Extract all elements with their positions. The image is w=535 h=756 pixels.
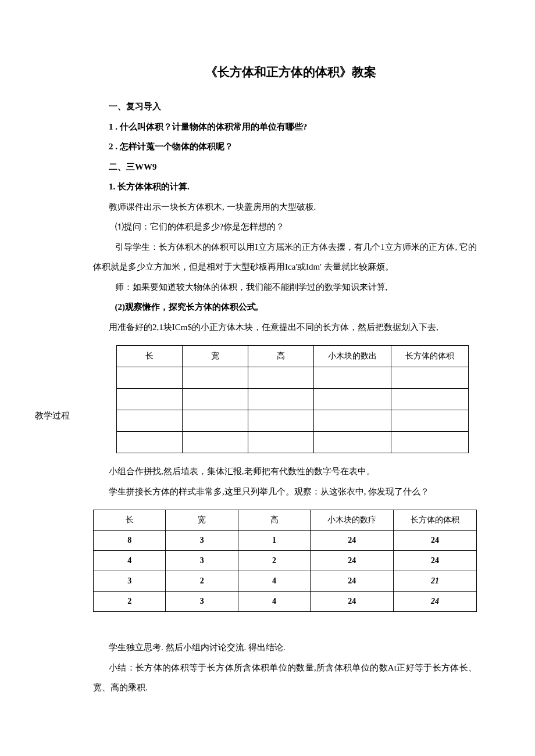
cell: 2 — [94, 592, 166, 612]
cell: 2 — [166, 571, 238, 592]
cell: 24 — [311, 551, 394, 571]
cell: 24 — [311, 592, 394, 612]
col-blocks: 小木块的数疜 — [311, 510, 394, 531]
body-column: 一、复习导入 1 . 什么叫体积？计量物体的体积常用的单位有哪些? 2 . 怎样… — [93, 96, 477, 698]
cell: 8 — [94, 531, 166, 551]
col-height: 高 — [238, 510, 310, 531]
col-blocks: 小木块的数出 — [314, 346, 391, 367]
cell: 1 — [238, 531, 310, 551]
blank-data-table: 长 宽 高 小木块的数出 长方体的体积 — [116, 345, 469, 453]
table-row — [117, 432, 469, 453]
col-length: 长 — [94, 510, 166, 531]
spacer — [93, 620, 477, 637]
independent-think: 学生独立思考. 然后小组内讨论交流. 得出结论. — [93, 637, 477, 658]
cell: 4 — [238, 571, 310, 592]
col-length: 长 — [117, 346, 183, 367]
cell: 21 — [394, 571, 477, 592]
col-volume: 长方体的体积 — [394, 510, 477, 531]
table-row: 长 宽 高 小木块的数疜 长方体的体积 — [94, 510, 477, 531]
table-row: 长 宽 高 小木块的数出 长方体的体积 — [117, 346, 469, 367]
table-row: 8 3 1 24 24 — [94, 531, 477, 551]
cell: 24 — [394, 592, 477, 612]
filled-data-table: 长 宽 高 小木块的数疜 长方体的体积 8 3 1 24 24 4 3 2 — [93, 510, 477, 612]
table-row — [117, 367, 469, 389]
col-height: 高 — [248, 346, 314, 367]
table-row: 4 3 2 24 24 — [94, 551, 477, 571]
section-2-heading-text: 二、三WW9 — [109, 162, 157, 171]
cell: 24 — [311, 571, 394, 592]
cell: 3 — [94, 571, 166, 592]
table-row — [117, 389, 469, 410]
document-page: 《长方体和正方体的体积》教案 教学过程 一、复习导入 1 . 什么叫体积？计量物… — [0, 0, 535, 756]
table-row: 2 3 4 24 24 — [94, 592, 477, 612]
section-2-heading: 二、三WW9 — [93, 157, 477, 177]
cell: 24 — [394, 551, 477, 571]
teacher-show: 教师课件出示一块长方体积木, 一块盖房用的大型破板. — [93, 197, 477, 217]
side-label: 教学过程 — [35, 96, 93, 421]
summary: 小结：长方体的体积等于长方体所含体积单位的数量,所含体积单位的数At正好等于长方… — [93, 658, 477, 698]
calc-heading: 1. 长方体体积的计算. — [93, 177, 477, 197]
section-1-item-1: 1 . 什么叫体积？计量物体的体积常用的单位有哪些? — [93, 117, 477, 137]
cell: 3 — [166, 592, 238, 612]
calc-heading-text: 1. 长方体体积的计算. — [109, 182, 190, 191]
col-width: 宽 — [183, 346, 248, 367]
guide-students: 引导学生：长方体积木的体积可以用I立方屈米的正方体去摆，有几个1立方师米的正方体… — [93, 237, 477, 277]
col-width: 宽 — [166, 510, 238, 531]
table-row — [117, 410, 469, 432]
group-work: 小组合作拼找,然后埴表，集体汇报,老师把有代数性的数字号在表中。 — [93, 461, 477, 482]
observe-step-text: (2)观察慊作，探究长方体的体积公式, — [115, 302, 258, 311]
question-1: ⑴提问：它们的体积是多少?你是怎样想的？ — [93, 217, 477, 237]
section-1-item-2: 2 . 怎样计蒐一个物体的体积呢？ — [93, 137, 477, 157]
cell: 4 — [94, 551, 166, 571]
cell: 2 — [238, 551, 310, 571]
section-1-heading: 一、复习导入 — [93, 96, 477, 117]
cell: 3 — [166, 551, 238, 571]
teacher-say: 师：如果要知道较大物体的体积，我们能不能削学过的数学知识来计算, — [93, 277, 477, 298]
observe-question: 学生拼接长方体的样式非常多,这里只列举几个。观察：从这张衣中, 你发现了什么？ — [93, 482, 477, 502]
cell: 4 — [238, 592, 310, 612]
table-row: 3 2 4 24 21 — [94, 571, 477, 592]
observe-step: (2)观察慊作，探究长方体的体积公式, — [93, 297, 477, 317]
prepare-blocks: 用准备好的2,1块ICm$的小正方体木块，任意提出不同的长方体，然后把数据划入下… — [93, 317, 477, 338]
main-layout: 教学过程 一、复习导入 1 . 什么叫体积？计量物体的体积常用的单位有哪些? 2… — [35, 96, 477, 698]
cell: 24 — [311, 531, 394, 551]
document-title: 《长方体和正方体的体积》教案 — [105, 64, 477, 80]
cell: 24 — [394, 531, 477, 551]
cell: 3 — [166, 531, 238, 551]
col-volume: 长方体的体积 — [391, 346, 469, 367]
